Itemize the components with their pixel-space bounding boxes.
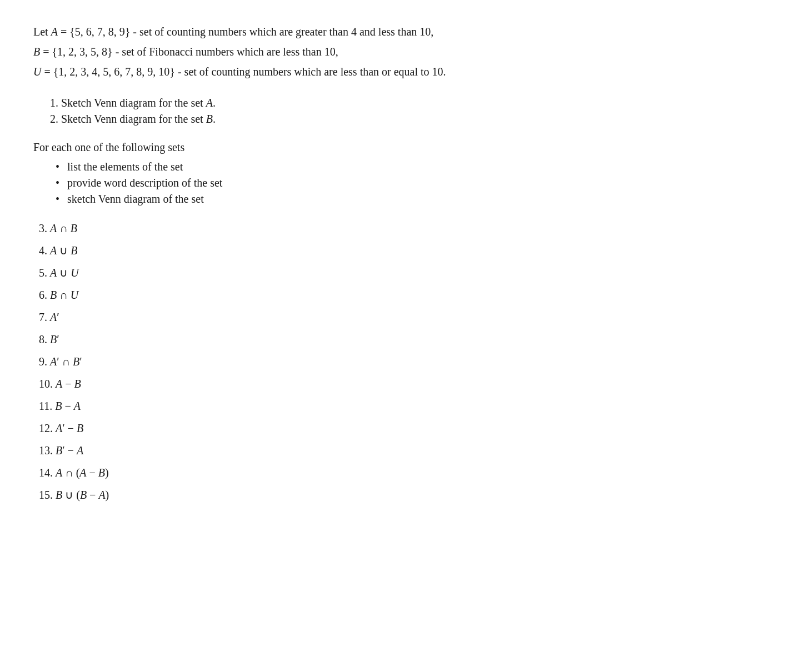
problem-6: 6. B ∩ U	[39, 285, 756, 304]
bullet-item-2: provide word description of the set	[56, 177, 756, 189]
instruction-text: For each one of the following sets	[33, 141, 756, 154]
definition-A: Let A = {5, 6, 7, 8, 9} - set of countin…	[33, 22, 756, 41]
problem-9: 9. A′ ∩ B′	[39, 352, 756, 371]
problem-12: 12. A′ − B	[39, 419, 756, 438]
bullet-item-3-text: sketch Venn diagram of the set	[67, 193, 204, 205]
task-1: 1. Sketch Venn diagram for the set A.	[50, 97, 756, 109]
task-2: 2. Sketch Venn diagram for the set B.	[50, 113, 756, 126]
problem-8: 8. B′	[39, 330, 756, 349]
bullet-item-2-text: provide word description of the set	[67, 177, 222, 189]
problem-10: 10. A − B	[39, 374, 756, 393]
main-content: Let A = {5, 6, 7, 8, 9} - set of countin…	[33, 22, 756, 504]
bullet-item-3: sketch Venn diagram of the set	[56, 193, 756, 205]
problem-7: 7. A′	[39, 308, 756, 327]
problem-13: 13. B′ − A	[39, 441, 756, 460]
problem-3: 3. A ∩ B	[39, 219, 756, 238]
problem-5: 5. A ∪ U	[39, 263, 756, 282]
problem-4: 4. A ∪ B	[39, 241, 756, 260]
sketch-tasks: 1. Sketch Venn diagram for the set A. 2.…	[50, 97, 756, 126]
problem-14: 14. A ∩ (A − B)	[39, 463, 756, 482]
definition-B: B = {1, 2, 3, 5, 8} - set of Fibonacci n…	[33, 42, 756, 61]
bullet-list: list the elements of the set provide wor…	[56, 161, 756, 205]
definition-U: U = {1, 2, 3, 4, 5, 6, 7, 8, 9, 10} - se…	[33, 62, 756, 81]
problem-15: 15. B ∪ (B − A)	[39, 485, 756, 504]
problem-11: 11. B − A	[39, 397, 756, 415]
definitions-section: Let A = {5, 6, 7, 8, 9} - set of countin…	[33, 22, 756, 81]
set-problems-section: 3. A ∩ B 4. A ∪ B 5. A ∪ U 6. B ∩ U 7. A…	[39, 219, 756, 504]
bullet-item-1-text: list the elements of the set	[67, 161, 183, 173]
bullet-item-1: list the elements of the set	[56, 161, 756, 173]
